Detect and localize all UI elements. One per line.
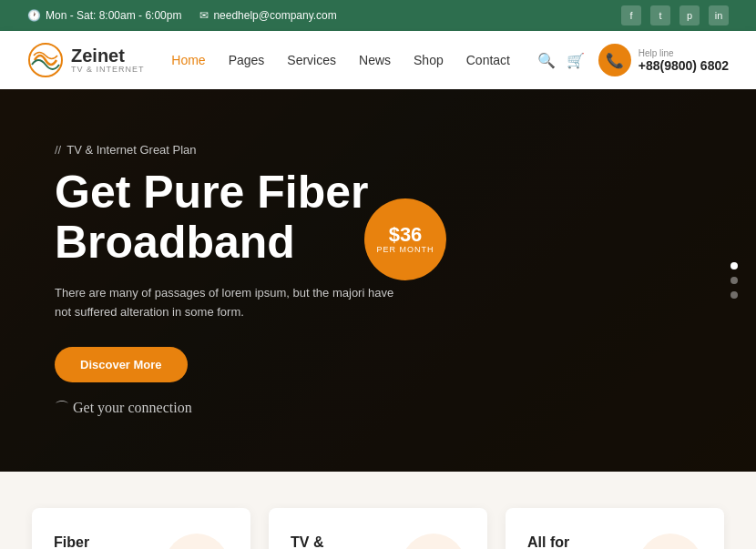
hero-content: TV & Internet Great Plan Get Pure Fiber …: [0, 143, 455, 419]
hero-subtitle: TV & Internet Great Plan: [55, 143, 401, 157]
logo: Zeinet TV & INTERNET: [27, 42, 145, 78]
hero-title: Get Pure Fiber Broadband: [55, 168, 401, 268]
instagram-icon[interactable]: in: [709, 5, 729, 25]
hero-section: TV & Internet Great Plan Get Pure Fiber …: [0, 89, 756, 472]
email-icon: ✉: [199, 9, 209, 22]
price-bubble: $36 PER MONTH: [364, 198, 446, 280]
main-nav: Home Pages Services News Shop Contact: [171, 53, 510, 67]
logo-text: Zeinet TV & INTERNET: [71, 46, 145, 74]
brand-sub: TV & INTERNET: [71, 65, 145, 74]
service-card-fiber: FiberBroadband Nam nec est id dui effici…: [32, 508, 250, 549]
slider-dot-2[interactable]: [730, 277, 738, 284]
helpline: 📞 Help line +88(9800) 6802: [598, 44, 729, 76]
helpline-text: Help line +88(9800) 6802: [639, 48, 729, 73]
facebook-icon[interactable]: f: [621, 5, 641, 25]
slider-nav: [730, 262, 738, 299]
router-icon: [177, 545, 217, 549]
logo-icon: [27, 42, 64, 78]
social-icons: f t p in: [621, 5, 729, 25]
price-period: PER MONTH: [377, 245, 434, 254]
email-text: needhelp@company.com: [213, 9, 336, 22]
phone-icon: 📞: [598, 44, 631, 76]
helpline-label: Help line: [639, 48, 729, 58]
discover-more-button[interactable]: Discover More: [55, 347, 188, 382]
nav-contact[interactable]: Contact: [466, 53, 510, 67]
service-fiber-title: FiberBroadband: [54, 534, 150, 549]
tv-icon-wrapper: [402, 534, 465, 549]
hours-text: Mon - Sat: 8:00am - 6:00pm: [46, 9, 181, 22]
service-tv-text: TV &Streaming Nam nec est id dui efficit…: [291, 534, 387, 549]
twitter-icon[interactable]: t: [650, 5, 670, 25]
hero-description: There are many of passages of lorem ipsu…: [55, 284, 401, 322]
nav-shop[interactable]: Shop: [414, 53, 444, 67]
services-section: FiberBroadband Nam nec est id dui effici…: [0, 472, 756, 549]
price-amount: $36: [389, 225, 423, 245]
service-mobile-title: All forMobiles: [527, 534, 624, 549]
service-tv-title: TV &Streaming: [291, 534, 387, 549]
top-bar-left: 🕐 Mon - Sat: 8:00am - 6:00pm ✉ needhelp@…: [27, 9, 337, 22]
cart-icon[interactable]: 🛒: [567, 52, 585, 69]
nav-services[interactable]: Services: [287, 53, 336, 67]
slider-dot-3[interactable]: [730, 291, 738, 299]
top-bar: 🕐 Mon - Sat: 8:00am - 6:00pm ✉ needhelp@…: [0, 0, 756, 31]
fiber-icon-wrapper: [165, 534, 229, 549]
email-info: ✉ needhelp@company.com: [199, 9, 336, 22]
nav-home[interactable]: Home: [171, 53, 205, 67]
nav-news[interactable]: News: [359, 53, 391, 67]
helpline-number: +88(9800) 6802: [639, 58, 729, 73]
mobile-icon: [650, 545, 690, 549]
service-mobile-text: All forMobiles Nam nec est id dui effici…: [527, 534, 624, 549]
header-icons: 🔍 🛒: [537, 52, 585, 69]
hours-info: 🕐 Mon - Sat: 8:00am - 6:00pm: [27, 9, 181, 22]
header-right: 🔍 🛒 📞 Help line +88(9800) 6802: [537, 44, 729, 76]
pinterest-icon[interactable]: p: [679, 5, 700, 25]
service-card-mobile: All forMobiles Nam nec est id dui effici…: [506, 508, 724, 549]
service-card-tv: TV &Streaming Nam nec est id dui efficit…: [269, 508, 487, 549]
clock-icon: 🕐: [27, 9, 41, 22]
slider-dot-1[interactable]: [730, 262, 738, 269]
service-fiber-text: FiberBroadband Nam nec est id dui effici…: [54, 534, 150, 549]
header: Zeinet TV & INTERNET Home Pages Services…: [0, 31, 756, 89]
hero-signature: Get your connection: [55, 399, 401, 418]
tv-icon: [414, 545, 454, 549]
search-icon[interactable]: 🔍: [537, 52, 556, 69]
nav-pages[interactable]: Pages: [229, 53, 265, 67]
mobile-icon-wrapper: [639, 534, 702, 549]
brand-name: Zeinet: [71, 46, 145, 65]
